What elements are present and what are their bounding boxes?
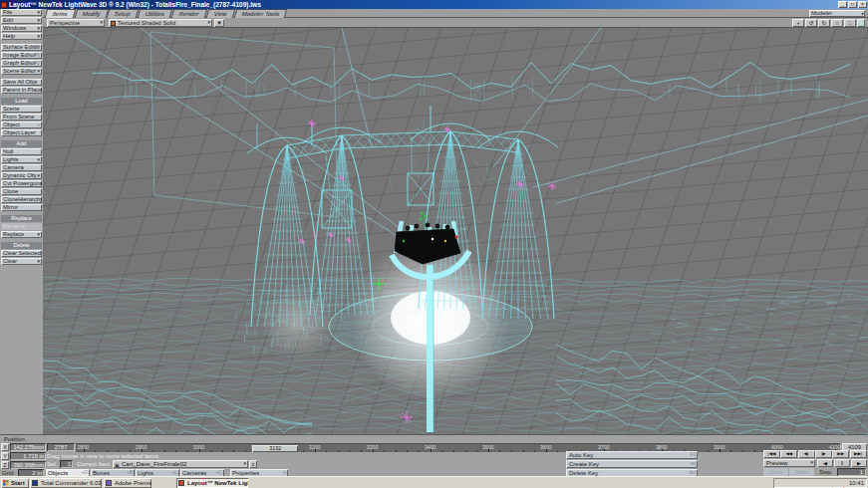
tab-view[interactable]: View [206,9,235,18]
shading-mode-dropdown[interactable]: Textured Shaded Solid ▼ [109,19,212,27]
sidebar-item-scene-editor[interactable]: Scene Editor▼ [1,68,42,75]
current-item-dropdown[interactable]: ▣ Cart_Dave_FireFinale02 ▼ [113,460,248,468]
sidebar-item-object[interactable]: Object+ [1,122,42,128]
fast-forward-button[interactable]: ▶▶ [832,450,849,458]
sidebar-item-dynamic-obj[interactable]: Dynamic Obj▼ [1,172,42,179]
zoom-icon[interactable]: ○ [831,19,843,27]
viewport-mini-button[interactable] [857,19,865,27]
network-tray-icon[interactable] [811,480,818,487]
sidebar-item-clear-selected[interactable]: Clear Selected [1,250,42,257]
tab-setup[interactable]: Setup [107,9,139,18]
minimize-button[interactable]: _ [838,1,847,8]
tab-bar: ItemsModifySetupUtilitiesRenderViewModel… [43,9,868,18]
modeler-button[interactable]: Modeler ▸ [809,10,865,17]
shortcut-hint: F2 [34,60,40,67]
modeler-button-label: Modeler [811,10,832,16]
alert-tray-icon[interactable] [838,480,845,487]
taskbar-clock: 10:41 [849,480,864,486]
menu-edit[interactable]: Edit▼ [1,17,42,24]
volume-tray-icon[interactable] [829,480,836,487]
tab-items[interactable]: Items [45,9,76,18]
task-button-adobe-premiere[interactable]: Adobe Premiere [104,478,151,488]
pause-button[interactable]: ‖ [834,459,850,467]
create-key-button[interactable]: Create Keyret [566,460,698,468]
pan-icon[interactable]: + [792,19,804,27]
timeline-ruler[interactable]: 2800290030003100320033003400350036003700… [76,443,840,452]
ruler-tick [326,450,327,452]
sidebar-item-clear[interactable]: Clear▼ [1,258,42,265]
tab-modify[interactable]: Modify [74,9,108,18]
sidebar-item-graph-editor[interactable]: Graph EditorF2 [1,60,42,67]
sidebar-item-lights[interactable]: Lights▼ [1,156,42,163]
tab-utilities[interactable]: Utilities [138,9,173,18]
ruler-tick [453,450,454,452]
step-forward-button[interactable]: |▶ [815,450,832,458]
go-start-button[interactable]: |◀◀ [763,450,780,458]
sidebar-item-clonehierarchy[interactable]: CloneHierarchy [1,196,42,203]
undo-button[interactable]: Undo [763,468,788,476]
sidebar-item-from-scene[interactable]: From Scene [1,114,42,121]
sidebar-item-clone[interactable]: Clone [1,188,42,195]
menu-windows[interactable]: Windows▼ [1,25,42,32]
axis-x-value[interactable]: 142.275mm [10,443,46,451]
chevron-right-icon: ▸ [862,10,864,17]
ruler-tick [245,450,246,452]
sidebar-item-mirror[interactable]: Mirror [1,204,42,211]
sidebar-item-camera[interactable]: Camera [1,164,42,171]
step-value-field[interactable]: 1 [837,468,866,476]
shortcut-hint: F1 [690,451,696,459]
axis-y-button[interactable]: Y [1,452,9,460]
lightwave-icon [178,480,184,486]
sidebar-item-cvt-powergons[interactable]: Cvt Powergons [1,180,42,187]
viewport-options-dropdown[interactable]: ▼ [214,19,224,27]
title-bar[interactable]: Layout™ NewTek LightWave 3D ® 9.2 (Win32… [0,0,868,9]
close-button[interactable]: × [858,1,867,8]
fast-rewind-button[interactable]: ◀◀ [780,450,797,458]
play-reverse-button[interactable]: ◀ [817,459,833,467]
item-list-button[interactable]: ≡ [249,460,257,468]
ruler-tick-label: 2900 [128,444,155,450]
sidebar-item-scene[interactable]: Scene [1,106,42,113]
sidebar-header-load: Load [1,98,42,105]
view-mode-dropdown[interactable]: Perspective ▼ [47,19,105,27]
sidebar-item-save-all-objs[interactable]: Save All Objs [1,79,42,86]
step-back-button[interactable]: ◀| [798,450,815,458]
go-end-button[interactable]: ▶▶| [850,450,867,458]
menu-file[interactable]: File▼ [1,9,42,16]
sidebar-item-label: Replace [3,231,24,237]
axis-x-button[interactable]: X [1,443,9,451]
chevron-down-icon: ▼ [207,19,211,27]
task-button-total-commander[interactable]: Total Commander 6.03a ... [30,478,102,488]
axis-z-button[interactable]: Z [1,461,9,469]
axis-z-value[interactable]: -390.958mm [10,461,46,469]
start-button[interactable]: Start [1,478,29,488]
orbit-icon[interactable]: ↺ [805,19,817,27]
tab-render[interactable]: Render [171,9,207,18]
sidebar-item-parent-in-place[interactable]: Parent in Place [1,87,42,94]
sidebar-item-replace[interactable]: Replace▼ [1,231,42,238]
task-button-lightwave[interactable]: Layout™ NewTek Ligh... [176,478,248,488]
ruler-tick [441,450,442,452]
sidebar-item-object-layer[interactable]: Object Layer [1,129,42,136]
axis-y-value[interactable]: 1.715 in [10,452,46,460]
auto-key-button[interactable]: Auto KeyF1 [566,451,698,459]
redo-button[interactable]: Redo [789,468,814,476]
ruler-tick [384,450,385,452]
viewport-3d-scene[interactable] [43,28,868,434]
rotate-icon[interactable]: ↻ [818,19,830,27]
task-button-label: Total Commander 6.03a ... [41,480,102,486]
menu-help[interactable]: Help▼ [1,33,42,40]
timeline-slider[interactable]: 3132 [252,445,298,452]
sidebar-item-image-editor[interactable]: Image EditorF6 [1,52,42,59]
chevron-down-icon: ▼ [37,231,41,238]
sidebar-item-label: Windows [3,25,27,31]
sidebar-item-surface-editor[interactable]: Surface EditorF5 [1,44,42,51]
preview-dropdown[interactable]: Preview ▼ [763,459,815,467]
play-button[interactable]: ▶ [851,459,867,467]
maximize-icon[interactable]: □ [844,19,856,27]
sidebar-item-label: CloneHierarchy [3,196,42,202]
restore-button[interactable]: □ [848,1,857,8]
sidebar-item-null[interactable]: Null [1,148,42,155]
tab-modeler-tools[interactable]: Modeler Tools [234,9,288,18]
gear-tray-icon[interactable] [820,480,827,487]
